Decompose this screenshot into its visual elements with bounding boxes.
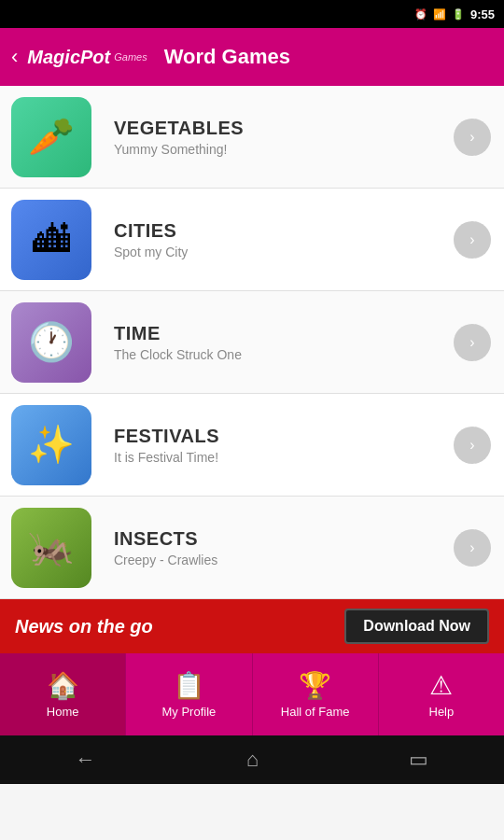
game-icon-wrap-cities: 🏙 [0,189,103,291]
game-icon-wrap-vegetables: 🥕 [0,86,103,189]
top-bar: ‹ MagicPot Games Word Games [0,28,504,86]
game-subtitle-time: The Clock Struck One [114,347,442,362]
status-bar: ⏰ 📶 🔋 9:55 [0,0,504,28]
sys-home-button[interactable]: ⌂ [246,748,259,772]
nav-item-myprofile[interactable]: 📋 My Profile [126,653,252,735]
logo-magic: Magic [27,47,80,67]
game-chevron-cities[interactable]: › [454,221,491,259]
game-item-cities[interactable]: 🏙 CITIES Spot my City › [0,189,504,291]
back-button[interactable]: ‹ [11,45,18,69]
game-list: 🥕 VEGETABLES Yummy Something! › 🏙 CITIES… [0,86,504,599]
system-bar: ← ⌂ ▭ [0,735,504,784]
game-text-insects: INSECTS Creepy - Crawlies [103,528,454,567]
game-icon-insects: 🦗 [11,508,91,588]
battery-icon: 🔋 [452,8,465,21]
game-title-cities: CITIES [114,220,442,242]
nav-icon-help: ⚠ [429,670,453,701]
game-text-time: TIME The Clock Struck One [103,323,454,362]
game-emoji-cities: 🏙 [33,218,70,260]
status-time: 9:55 [470,7,495,21]
game-emoji-insects: 🦗 [28,525,75,569]
logo-text: MagicPot [27,47,110,68]
logo-container: MagicPot Games [27,47,147,68]
game-subtitle-vegetables: Yummy Something! [114,142,442,157]
game-title-festivals: FESTIVALS [114,426,442,447]
game-text-festivals: FESTIVALS It is Festival Time! [103,426,454,465]
page-title: Word Games [164,45,290,69]
game-icon-vegetables: 🥕 [11,97,91,177]
game-emoji-time: 🕐 [28,320,75,364]
game-subtitle-festivals: It is Festival Time! [114,450,442,465]
game-chevron-festivals[interactable]: › [454,427,491,464]
game-title-insects: INSECTS [114,528,442,550]
game-text-vegetables: VEGETABLES Yummy Something! [103,118,454,157]
game-subtitle-insects: Creepy - Crawlies [114,553,442,567]
game-emoji-vegetables: 🥕 [28,115,75,159]
nav-label-halloffame: Hall of Fame [281,705,350,719]
nav-icon-halloffame: 🏆 [299,670,331,701]
download-button[interactable]: Download Now [344,609,489,644]
logo-pot: Pot [80,47,110,67]
game-subtitle-cities: Spot my City [114,245,442,259]
game-chevron-time[interactable]: › [454,324,491,361]
bottom-navigation: 🏠 Home 📋 My Profile 🏆 Hall of Fame ⚠ Hel… [0,653,504,735]
game-item-vegetables[interactable]: 🥕 VEGETABLES Yummy Something! › [0,86,504,189]
nav-label-help: Help [429,705,455,719]
game-icon-cities: 🏙 [11,200,91,280]
game-item-insects[interactable]: 🦗 INSECTS Creepy - Crawlies › [0,497,504,599]
signal-icon: 📶 [433,8,446,21]
game-icon-festivals: ✨ [11,405,91,485]
nav-icon-home: 🏠 [47,670,79,701]
game-item-festivals[interactable]: ✨ FESTIVALS It is Festival Time! › [0,394,504,497]
logo-subtitle: Games [114,51,147,63]
game-chevron-vegetables[interactable]: › [454,119,491,156]
game-icon-time: 🕐 [11,302,91,383]
game-icon-wrap-insects: 🦗 [0,497,103,599]
promo-banner: News on the go Download Now [0,599,504,653]
game-title-time: TIME [114,323,442,344]
sys-recents-button[interactable]: ▭ [409,748,428,772]
game-item-time[interactable]: 🕐 TIME The Clock Struck One › [0,291,504,394]
game-title-vegetables: VEGETABLES [114,118,442,139]
nav-label-myprofile: My Profile [161,705,216,719]
nav-label-home: Home [47,705,79,719]
sys-back-button[interactable]: ← [76,748,96,772]
alarm-icon: ⏰ [414,8,427,21]
game-emoji-festivals: ✨ [28,423,75,467]
nav-item-halloffame[interactable]: 🏆 Hall of Fame [253,653,379,735]
nav-icon-myprofile: 📋 [173,670,205,701]
game-chevron-insects[interactable]: › [454,529,491,567]
nav-item-help[interactable]: ⚠ Help [379,653,504,735]
banner-text: News on the go [15,616,153,637]
game-text-cities: CITIES Spot my City [103,220,454,259]
game-icon-wrap-time: 🕐 [0,291,103,394]
game-icon-wrap-festivals: ✨ [0,394,103,497]
nav-item-home[interactable]: 🏠 Home [0,653,126,735]
